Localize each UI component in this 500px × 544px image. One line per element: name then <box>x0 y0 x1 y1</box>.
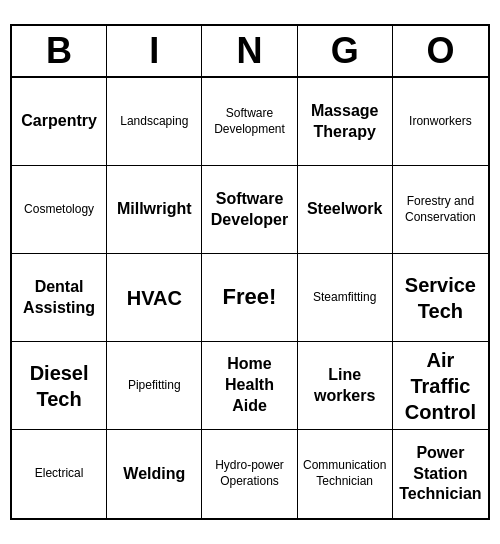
cell-text: Carpentry <box>21 111 97 132</box>
cell-text: Dental Assisting <box>16 277 102 319</box>
bingo-cell: Hydro-power Operations <box>202 430 297 518</box>
bingo-cell: Service Tech <box>393 254 488 342</box>
cell-text: Software Developer <box>206 189 292 231</box>
bingo-cell: Landscaping <box>107 78 202 166</box>
cell-text: Free! <box>223 283 277 312</box>
cell-text: Millwright <box>117 199 192 220</box>
cell-text: Ironworkers <box>409 114 472 130</box>
header-letter: O <box>393 26 488 76</box>
bingo-cell: Ironworkers <box>393 78 488 166</box>
bingo-cell: Line workers <box>298 342 393 430</box>
bingo-cell: Carpentry <box>12 78 107 166</box>
cell-text: Diesel Tech <box>16 360 102 412</box>
cell-text: Line workers <box>302 365 388 407</box>
cell-text: Power Station Technician <box>397 443 484 505</box>
bingo-cell: Massage Therapy <box>298 78 393 166</box>
bingo-header: BINGO <box>12 26 488 78</box>
cell-text: Hydro-power Operations <box>206 458 292 489</box>
cell-text: Massage Therapy <box>302 101 388 143</box>
cell-text: Landscaping <box>120 114 188 130</box>
bingo-cell: Dental Assisting <box>12 254 107 342</box>
bingo-cell: Home Health Aide <box>202 342 297 430</box>
header-letter: G <box>298 26 393 76</box>
header-letter: N <box>202 26 297 76</box>
cell-text: Welding <box>123 464 185 485</box>
bingo-cell: Power Station Technician <box>393 430 488 518</box>
cell-text: Home Health Aide <box>206 354 292 416</box>
cell-text: Steelwork <box>307 199 383 220</box>
cell-text: Software Development <box>206 106 292 137</box>
bingo-cell: Software Developer <box>202 166 297 254</box>
bingo-cell: Diesel Tech <box>12 342 107 430</box>
bingo-cell: Air Traffic Control <box>393 342 488 430</box>
cell-text: Cosmetology <box>24 202 94 218</box>
bingo-grid: CarpentryLandscapingSoftware Development… <box>12 78 488 518</box>
bingo-cell: Pipefitting <box>107 342 202 430</box>
bingo-cell: Steamfitting <box>298 254 393 342</box>
cell-text: HVAC <box>127 285 182 311</box>
bingo-cell: Millwright <box>107 166 202 254</box>
bingo-cell: Communication Technician <box>298 430 393 518</box>
bingo-cell: Welding <box>107 430 202 518</box>
bingo-cell: Software Development <box>202 78 297 166</box>
bingo-card: BINGO CarpentryLandscapingSoftware Devel… <box>10 24 490 520</box>
bingo-cell: Cosmetology <box>12 166 107 254</box>
cell-text: Service Tech <box>397 272 484 324</box>
bingo-cell: Free! <box>202 254 297 342</box>
header-letter: I <box>107 26 202 76</box>
cell-text: Electrical <box>35 466 84 482</box>
bingo-cell: HVAC <box>107 254 202 342</box>
cell-text: Steamfitting <box>313 290 376 306</box>
cell-text: Communication Technician <box>302 458 388 489</box>
bingo-cell: Steelwork <box>298 166 393 254</box>
cell-text: Pipefitting <box>128 378 181 394</box>
bingo-cell: Electrical <box>12 430 107 518</box>
header-letter: B <box>12 26 107 76</box>
cell-text: Forestry and Conservation <box>397 194 484 225</box>
cell-text: Air Traffic Control <box>397 347 484 425</box>
bingo-cell: Forestry and Conservation <box>393 166 488 254</box>
